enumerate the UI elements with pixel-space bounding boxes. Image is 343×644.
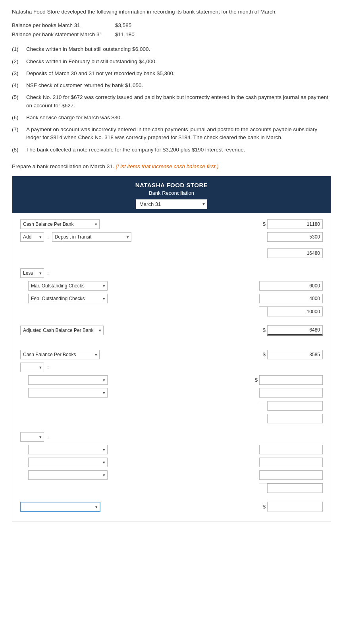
company-name: NATASHA FOOD STORE <box>16 182 327 188</box>
date-select[interactable]: March 31 <box>136 199 207 209</box>
books-item2-input[interactable] <box>259 388 323 398</box>
item-num-6: (6) <box>12 114 26 122</box>
books-deduct3-select-wrap[interactable] <box>28 470 108 480</box>
books-subtotal1-input[interactable] <box>267 401 323 411</box>
cash-balance-books-select-wrap[interactable]: Cash Balance Per Books <box>20 350 100 359</box>
feb-checks-select-wrap[interactable]: Feb. Outstanding Checks <box>28 294 108 303</box>
books-deduct2-right <box>259 458 323 467</box>
item-row-2: (2) Checks written in February but still… <box>12 58 331 66</box>
adjusted-bank-input[interactable] <box>267 325 323 336</box>
bank-subtotal-input[interactable] <box>267 248 323 258</box>
books-subtotal2-right <box>267 414 323 423</box>
item-row-5: (5) Check No. 210 for $672 was correctly… <box>12 93 331 110</box>
add-select-wrap[interactable]: Add <box>20 232 44 242</box>
books-add-less-row: Add Less : <box>20 363 323 372</box>
deposit-select[interactable]: Deposit in Transit <box>52 232 131 242</box>
feb-checks-right <box>259 294 323 303</box>
books-deduct3-select[interactable] <box>28 470 108 480</box>
adjusted-books-input[interactable] <box>267 502 323 512</box>
books-balance-label: Balance per books March 31 <box>12 22 115 28</box>
cash-balance-bank-row: Cash Balance Per Bank $ <box>20 219 323 229</box>
less-row: Less : <box>20 268 323 278</box>
books-item1-select-wrap[interactable] <box>28 375 108 385</box>
add-select[interactable]: Add <box>20 232 44 242</box>
mar-checks-select[interactable]: Mar. Outstanding Checks <box>28 281 108 291</box>
books-deduct1-select[interactable] <box>28 445 108 454</box>
item-row-6: (6) Bank service charge for March was $3… <box>12 114 331 122</box>
books-item1-right: $ <box>255 375 323 385</box>
cash-balance-bank-input[interactable] <box>267 219 323 229</box>
dollar-sign-4: $ <box>255 377 258 383</box>
books-deduct2-select[interactable] <box>28 458 108 467</box>
books-deduct3-input[interactable] <box>259 470 323 480</box>
add-deposit-left: Add : Deposit in Transit <box>20 232 187 242</box>
feb-checks-select[interactable]: Feb. Outstanding Checks <box>28 294 108 303</box>
books-add-colon: : <box>47 364 49 370</box>
books-item1-select[interactable] <box>28 375 108 385</box>
feb-checks-input[interactable] <box>259 294 323 303</box>
books-deduct1-select-wrap[interactable] <box>28 445 108 454</box>
dollar-sign-3: $ <box>263 351 266 357</box>
prepare-highlight: (List items that increase cash balance f… <box>116 163 219 169</box>
books-deduct1-row <box>20 445 323 454</box>
books-deduct2-input[interactable] <box>259 458 323 467</box>
books-deduct1-input[interactable] <box>259 445 323 454</box>
items-list: (1) Checks written in March but still ou… <box>12 45 331 154</box>
bank-balance-row: Balance per bank statement March 31 $11,… <box>12 31 331 37</box>
checks-subtotal-input[interactable] <box>267 307 323 316</box>
books-deduct-subtotal-right <box>267 483 323 493</box>
books-item2-select-wrap[interactable] <box>28 388 108 398</box>
date-select-wrap[interactable]: March 31 <box>136 199 207 209</box>
books-subtotal1-row <box>20 401 323 411</box>
books-deduct2-select-wrap[interactable] <box>28 458 108 467</box>
cash-balance-books-select[interactable]: Cash Balance Per Books <box>20 350 100 359</box>
intro-text: Natasha Food Store developed the followi… <box>12 8 331 16</box>
books-item1-input[interactable] <box>259 375 323 385</box>
dollar-sign-1: $ <box>263 221 266 227</box>
books-subtotal1-right <box>267 401 323 411</box>
books-deduct2-left <box>28 458 195 467</box>
item-row-4: (4) NSF check of customer returned by ba… <box>12 81 331 89</box>
books-less-select[interactable]: Add Less <box>20 432 44 442</box>
bank-subtotal-row <box>20 248 323 258</box>
books-deduct-subtotal-row <box>20 483 323 493</box>
adjusted-books-row: Cash Balance Books $ <box>20 502 323 512</box>
cash-balance-books-input[interactable] <box>267 350 323 359</box>
item-num-7: (7) <box>12 126 26 142</box>
cash-balance-bank-select[interactable]: Cash Balance Per Bank <box>20 219 100 229</box>
books-add-less-select-wrap[interactable]: Add Less <box>20 363 44 372</box>
prepare-text: Prepare a bank reconciliation on March 3… <box>12 163 114 169</box>
books-deduct3-left <box>28 470 195 480</box>
less-left: Less : <box>20 268 187 278</box>
item-text-8: The bank collected a note receivable for… <box>26 146 331 154</box>
dollar-sign-2: $ <box>263 327 266 333</box>
adjusted-books-select[interactable]: Cash Balance Books <box>21 502 100 512</box>
books-less-select-wrap[interactable]: Add Less <box>20 432 44 442</box>
checks-subtotal-right <box>267 307 323 316</box>
deposit-input[interactable] <box>267 232 323 242</box>
books-deduct2-row <box>20 458 323 467</box>
books-deduct-subtotal-input[interactable] <box>267 483 323 493</box>
cash-balance-bank-select-wrap[interactable]: Cash Balance Per Bank <box>20 219 100 229</box>
adjusted-bank-select-wrap[interactable]: Adjusted Cash Balance Per Bank <box>20 326 104 335</box>
less-select[interactable]: Less <box>20 268 44 278</box>
books-item2-select[interactable] <box>28 388 108 398</box>
books-subtotal2-input[interactable] <box>267 414 323 423</box>
mar-checks-left: Mar. Outstanding Checks <box>28 281 195 291</box>
books-subtotal2-row <box>20 414 323 423</box>
adjusted-books-select-wrap[interactable]: Cash Balance Books <box>20 502 100 512</box>
mar-checks-input[interactable] <box>259 281 323 291</box>
less-select-wrap[interactable]: Less <box>20 268 44 278</box>
recon-header: NATASHA FOOD STORE Bank Reconciliation M… <box>12 176 331 213</box>
cash-balance-books-right: $ <box>263 350 323 359</box>
balance-table: Balance per books March 31 $3,585 Balanc… <box>12 22 331 37</box>
item-num-1: (1) <box>12 45 26 53</box>
books-less-colon: : <box>47 434 49 440</box>
books-item2-row <box>20 388 323 398</box>
cash-balance-books-left: Cash Balance Per Books <box>20 350 187 359</box>
deposit-select-wrap[interactable]: Deposit in Transit <box>52 232 131 242</box>
adjusted-bank-select[interactable]: Adjusted Cash Balance Per Bank <box>20 326 104 335</box>
recon-body: Cash Balance Per Bank $ Add : <box>12 213 331 522</box>
books-add-less-select[interactable]: Add Less <box>20 363 44 372</box>
mar-checks-select-wrap[interactable]: Mar. Outstanding Checks <box>28 281 108 291</box>
